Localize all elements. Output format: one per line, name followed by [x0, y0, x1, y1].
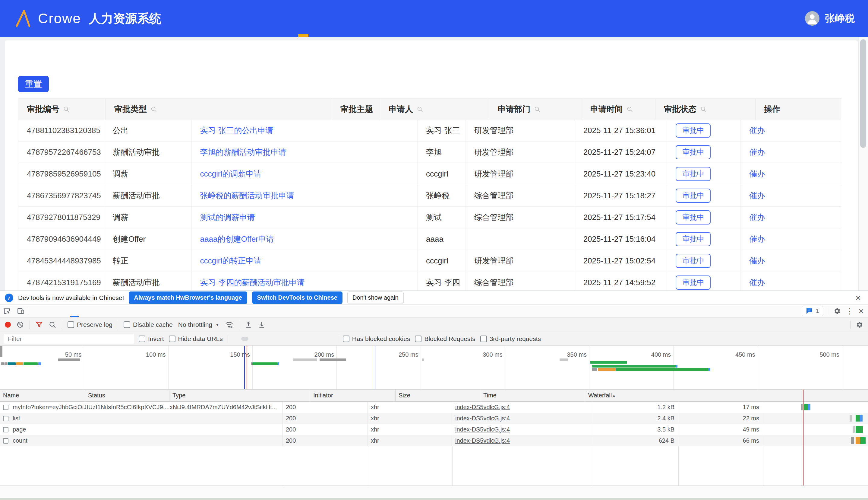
- resource-filter-pill[interactable]: [317, 337, 325, 341]
- request-row[interactable]: page 200 xhr index-DS5vdlcG.js:4 3.5 kB …: [0, 424, 868, 435]
- column-header[interactable]: 操作: [755, 99, 780, 120]
- checkbox[interactable]: [343, 336, 350, 342]
- devtools-tab[interactable]: [28, 305, 41, 317]
- devtools-settings-icon[interactable]: [833, 307, 841, 315]
- checkbox[interactable]: [68, 321, 74, 328]
- urge-action-link[interactable]: 催办: [749, 169, 765, 179]
- console-messages-badge[interactable]: 1: [802, 306, 823, 316]
- nav-item[interactable]: [275, 0, 294, 37]
- inspect-element-icon[interactable]: [0, 305, 14, 317]
- nav-item[interactable]: [313, 0, 331, 37]
- filter-toggle-icon[interactable]: [35, 321, 43, 329]
- network-conditions-icon[interactable]: [225, 320, 233, 329]
- approval-subject-link[interactable]: cccgirl的转正申请: [200, 255, 262, 266]
- request-checkbox[interactable]: [3, 427, 9, 432]
- requests-column-header[interactable]: Size: [396, 389, 480, 401]
- request-checkbox[interactable]: [3, 405, 9, 410]
- device-toolbar-icon[interactable]: [14, 305, 28, 317]
- export-har-icon[interactable]: [258, 321, 266, 329]
- request-row[interactable]: count 200 xhr index-DS5vdlcG.js:4 624 B …: [0, 435, 868, 446]
- nav-item[interactable]: [200, 0, 219, 37]
- approval-subject-link[interactable]: aaaa的创建Offer申请: [200, 234, 274, 245]
- resource-filter-pill[interactable]: [300, 337, 307, 341]
- request-name[interactable]: myInfo?token=eyJhbGciOiJIUzI1NiIsInR5cCI…: [13, 404, 277, 411]
- urge-action-link[interactable]: 催办: [749, 277, 765, 288]
- dont-show-again-button[interactable]: Don't show again: [347, 292, 404, 304]
- column-header[interactable]: 申请人: [380, 99, 489, 120]
- request-initiator[interactable]: index-DS5vdlcG.js:4: [452, 424, 593, 435]
- urge-action-link[interactable]: 催办: [749, 190, 765, 201]
- column-search-icon[interactable]: [151, 106, 157, 113]
- resource-filter-pill[interactable]: [292, 337, 299, 341]
- request-initiator[interactable]: index-DS5vdlcG.js:4: [452, 402, 593, 413]
- column-header[interactable]: 申请时间: [582, 99, 655, 120]
- checkbox[interactable]: [169, 336, 175, 342]
- request-checkbox[interactable]: [3, 438, 9, 444]
- resource-filter-pill[interactable]: [275, 337, 282, 341]
- disable-cache-checkbox[interactable]: Disable cache: [124, 321, 173, 328]
- request-initiator[interactable]: index-DS5vdlcG.js:4: [452, 435, 593, 446]
- column-search-icon[interactable]: [700, 106, 707, 113]
- column-header[interactable]: 审批编号: [19, 99, 106, 120]
- request-row[interactable]: list 200 xhr index-DS5vdlcG.js:4 2.4 kB …: [0, 413, 868, 424]
- devtools-tab[interactable]: [41, 305, 55, 317]
- checkbox[interactable]: [124, 321, 130, 328]
- column-search-icon[interactable]: [626, 106, 633, 113]
- column-header[interactable]: 审批状态: [655, 99, 755, 120]
- resource-filter-pill[interactable]: [241, 337, 248, 341]
- request-initiator[interactable]: index-DS5vdlcG.js:4: [452, 413, 593, 424]
- approval-subject-link[interactable]: 实习-李四的薪酬活动审批申请: [200, 277, 305, 288]
- approval-subject-link[interactable]: 张峥税的薪酬活动审批申请: [200, 190, 294, 201]
- match-language-button[interactable]: Always match HwBrowser's language: [129, 292, 247, 304]
- resource-filter-pill[interactable]: [250, 337, 257, 341]
- checkbox[interactable]: [480, 336, 487, 342]
- column-search-icon[interactable]: [534, 106, 541, 113]
- blocked-requests-checkbox[interactable]: Blocked Requests: [415, 335, 475, 342]
- user-avatar-icon[interactable]: [805, 11, 820, 26]
- devtools-tab[interactable]: [81, 305, 94, 317]
- clear-network-log-icon[interactable]: [16, 321, 24, 329]
- urge-action-link[interactable]: 催办: [749, 255, 765, 266]
- requests-column-header[interactable]: Initiator: [310, 389, 396, 401]
- preserve-log-checkbox[interactable]: Preserve log: [68, 321, 113, 328]
- initiator-link[interactable]: index-DS5vdlcG.js:4: [455, 426, 510, 433]
- reset-button[interactable]: 重置: [18, 76, 49, 92]
- resource-filter-pill[interactable]: [326, 337, 333, 341]
- checkbox[interactable]: [139, 336, 145, 342]
- resource-filter-pill[interactable]: [309, 337, 316, 341]
- checkbox[interactable]: [415, 336, 422, 342]
- invert-checkbox[interactable]: Invert: [139, 335, 164, 342]
- nav-item[interactable]: [219, 0, 238, 37]
- requests-column-header[interactable]: Waterfall ▲: [585, 389, 620, 401]
- resource-filter-pill[interactable]: [267, 337, 274, 341]
- request-row[interactable]: myInfo?token=eyJhbGciOiJIUzI1NiIsInR5cCI…: [0, 402, 868, 413]
- resource-filter-pill[interactable]: [233, 337, 240, 341]
- network-overview-timeline[interactable]: 50 ms100 ms150 ms200 ms250 ms300 ms350 m…: [0, 346, 868, 389]
- request-name[interactable]: count: [13, 437, 27, 444]
- column-header[interactable]: 申请部门: [489, 99, 582, 120]
- devtools-more-options-icon[interactable]: ⋮: [846, 307, 854, 315]
- urge-action-link[interactable]: 催办: [749, 125, 765, 136]
- approval-subject-link[interactable]: cccgirl的调薪申请: [200, 169, 262, 179]
- request-name[interactable]: list: [13, 415, 20, 422]
- devtools-tab[interactable]: [94, 305, 108, 317]
- page-scrollbar[interactable]: [858, 37, 868, 291]
- import-har-icon[interactable]: [245, 321, 253, 329]
- request-checkbox[interactable]: [3, 416, 9, 421]
- request-name-cell[interactable]: page: [0, 424, 283, 435]
- throttling-select[interactable]: No throttling ▼: [178, 321, 220, 328]
- user-area[interactable]: 张峥税: [805, 11, 855, 26]
- devtools-close-icon[interactable]: ×: [858, 307, 864, 316]
- third-party-requests-checkbox[interactable]: 3rd-party requests: [480, 335, 541, 342]
- devtools-tab[interactable]: [134, 305, 148, 317]
- requests-column-header[interactable]: Time: [480, 389, 585, 401]
- devtools-tab[interactable]: [55, 305, 68, 317]
- column-header[interactable]: 审批主题: [332, 99, 380, 120]
- nav-item[interactable]: [257, 0, 275, 37]
- approval-subject-link[interactable]: 实习-张三的公出申请: [200, 125, 273, 136]
- requests-column-header[interactable]: Status: [85, 389, 169, 401]
- devtools-tab[interactable]: [121, 305, 134, 317]
- column-search-icon[interactable]: [417, 106, 424, 113]
- nav-item[interactable]: [238, 0, 257, 37]
- column-header[interactable]: 审批类型: [106, 99, 332, 120]
